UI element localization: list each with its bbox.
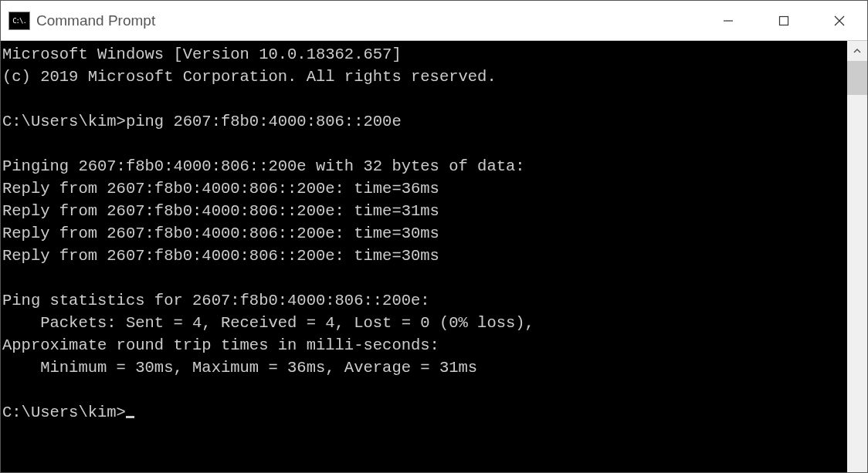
terminal-line: Minimum = 30ms, Maximum = 36ms, Average … [2,359,477,377]
terminal-line: Microsoft Windows [Version 10.0.18362.65… [2,46,402,63]
minimize-button[interactable] [700,1,756,40]
terminal-line: Reply from 2607:f8b0:4000:806::200e: tim… [2,225,439,242]
terminal-line: Approximate round trip times in milli-se… [2,336,439,354]
vertical-scrollbar[interactable] [847,41,867,472]
terminal-output[interactable]: Microsoft Windows [Version 10.0.18362.65… [1,41,847,472]
terminal-line: Ping statistics for 2607:f8b0:4000:806::… [2,292,430,309]
close-button[interactable] [812,1,867,40]
terminal-line: Pinging 2607:f8b0:4000:806::200e with 32… [2,157,525,175]
scroll-thumb[interactable] [847,61,867,95]
command-prompt-icon: C:\. [8,12,30,30]
window-title: Command Prompt [36,12,700,29]
terminal-line: C:\Users\kim> [2,404,126,421]
svg-rect-1 [780,16,788,25]
content-area: Microsoft Windows [Version 10.0.18362.65… [1,41,867,472]
terminal-line: Packets: Sent = 4, Received = 4, Lost = … [2,314,534,332]
terminal-line: Reply from 2607:f8b0:4000:806::200e: tim… [2,247,439,265]
scroll-up-arrow-icon[interactable] [847,41,867,61]
command-prompt-window: C:\. Command Prompt Microsoft Windows [V… [0,0,868,473]
cursor [126,416,134,418]
maximize-button[interactable] [756,1,812,40]
terminal-line: Reply from 2607:f8b0:4000:806::200e: tim… [2,180,439,198]
window-controls [700,1,867,40]
terminal-line: Reply from 2607:f8b0:4000:806::200e: tim… [2,202,439,220]
terminal-line: (c) 2019 Microsoft Corporation. All righ… [2,68,497,86]
titlebar[interactable]: C:\. Command Prompt [1,1,867,41]
terminal-line: C:\Users\kim>ping 2607:f8b0:4000:806::20… [2,113,402,130]
